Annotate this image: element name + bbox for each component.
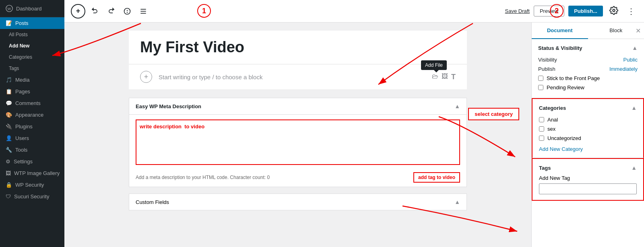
list-view-button[interactable] <box>137 5 150 18</box>
sidebar-item-tools[interactable]: 🔧 Tools <box>0 144 64 156</box>
panel-tabs: Document Block ✕ <box>532 23 644 39</box>
category-uncategorized-row: Uncategorized <box>539 134 637 143</box>
meta-description-title: Easy WP Meta Description <box>136 103 201 109</box>
tab-document[interactable]: Document <box>532 23 588 39</box>
wtp-icon: 🖼 <box>6 170 11 176</box>
comments-icon: 💬 <box>6 100 12 106</box>
folder-icon[interactable]: 🗁 <box>432 73 438 81</box>
sidebar-item-settings[interactable]: ⚙ Settings <box>0 156 64 167</box>
custom-fields-collapse-icon[interactable]: ▲ <box>454 199 460 205</box>
meta-description-header[interactable]: Easy WP Meta Description ▲ <box>129 98 466 115</box>
sidebar-item-comments[interactable]: 💬 Comments <box>0 97 64 109</box>
svg-point-8 <box>613 9 615 12</box>
add-new-category-link[interactable]: Add New Category <box>539 146 583 152</box>
meta-collapse-icon[interactable]: ▲ <box>454 103 460 109</box>
status-visibility-title: Status & Visibility <box>538 45 582 51</box>
sidebar-item-posts[interactable]: 📝 Posts <box>0 17 64 29</box>
text-icon[interactable]: T <box>451 73 456 81</box>
sidebar-item-users[interactable]: 👤 Users <box>0 132 64 144</box>
category-anal-row: Anal <box>539 115 637 124</box>
svg-text:W: W <box>8 7 11 11</box>
editor: + Start writing or type / to choose a bl… <box>64 23 531 247</box>
category-sex-label: sex <box>547 126 555 132</box>
publish-value[interactable]: Immediately <box>609 66 638 72</box>
publish-button[interactable]: Publish... <box>568 6 603 16</box>
tags-section: Tags ▲ Add New Tag <box>532 158 644 201</box>
block-icon-group: 🗁 🖼 T <box>432 73 456 81</box>
title-input-area[interactable] <box>129 31 467 64</box>
sidebar-item-add-new[interactable]: Add New <box>0 40 64 51</box>
add-block-inline-button[interactable]: + <box>140 71 152 83</box>
sidebar-item-wtp[interactable]: 🖼 WTP Image Gallery <box>0 167 64 179</box>
title-block: + Start writing or type / to choose a bl… <box>129 31 467 90</box>
sidebar-appearance-label: Appearance <box>15 112 43 118</box>
panel-close-button[interactable]: ✕ <box>636 27 641 35</box>
visibility-label: Visibility <box>538 57 557 63</box>
stick-front-page-label: Stick to the Front Page <box>547 75 600 81</box>
custom-fields-title: Custom Fields <box>136 199 169 205</box>
image-icon[interactable]: 🖼 <box>442 73 448 81</box>
annotation-badge-1: 1 <box>197 4 211 18</box>
sidebar-sucuri-label: Sucuri Security <box>14 193 49 200</box>
status-visibility-header: Status & Visibility ▲ <box>538 45 638 51</box>
tag-input[interactable] <box>539 183 637 194</box>
category-sex-checkbox[interactable] <box>539 126 544 132</box>
add-tag-annotation: add tag to video <box>413 172 460 183</box>
content-placeholder[interactable]: Start writing or type / to choose a bloc… <box>159 74 425 80</box>
sidebar-wp-security-label: WP Security <box>15 182 44 188</box>
appearance-icon: 🎨 <box>6 112 12 118</box>
sidebar-tags-label: Tags <box>9 66 19 71</box>
sidebar-item-plugins[interactable]: 🔌 Plugins <box>0 121 64 132</box>
sidebar-item-pages[interactable]: 📋 Pages <box>0 86 64 97</box>
tags-header: Tags ▲ <box>539 165 637 171</box>
custom-fields-header[interactable]: Custom Fields ▲ <box>129 194 466 210</box>
status-visibility-collapse-icon[interactable]: ▲ <box>632 45 638 51</box>
settings-button[interactable] <box>607 4 621 19</box>
pending-review-row: Pending Review <box>538 83 638 92</box>
sidebar-item-sucuri[interactable]: 🛡 Sucuri Security <box>0 191 64 202</box>
content-area: + Start writing or type / to choose a bl… <box>64 23 644 247</box>
sidebar-logo[interactable]: W Dashboard <box>0 0 64 17</box>
category-uncategorized-checkbox[interactable] <box>539 136 544 141</box>
media-icon: 🎵 <box>6 77 12 83</box>
status-visibility-section: Status & Visibility ▲ Visibility Public … <box>532 39 644 98</box>
sidebar-all-posts-label: All Posts <box>9 32 28 37</box>
info-button[interactable] <box>121 5 134 18</box>
annotation-badge-2: 2 <box>550 4 564 18</box>
publish-label: Publish <box>538 66 555 72</box>
undo-button[interactable] <box>89 5 101 18</box>
add-block-toolbar-button[interactable]: + <box>71 4 85 19</box>
sidebar-item-all-posts[interactable]: All Posts <box>0 29 64 40</box>
more-options-button[interactable]: ⋮ <box>625 5 638 18</box>
stick-front-page-checkbox[interactable] <box>538 76 543 81</box>
publish-row: Publish Immediately <box>538 64 638 74</box>
meta-description-box[interactable]: write description to video <box>136 119 460 165</box>
save-draft-button[interactable]: Save Draft <box>505 8 530 14</box>
toolbar-right: Save Draft Preview Publish... ⋮ <box>505 4 638 19</box>
sidebar-add-new-label: Add New <box>9 43 29 49</box>
categories-header: Categories ▲ <box>539 105 637 111</box>
post-title-input[interactable] <box>140 39 456 56</box>
sidebar-item-wp-security[interactable]: 🔒 WP Security <box>0 179 64 191</box>
main-area: + 1 2 Save Draft Preview Publish... <box>64 0 644 247</box>
sidebar-item-media[interactable]: 🎵 Media <box>0 74 64 86</box>
meta-description-textarea[interactable]: write description to video <box>140 124 456 160</box>
meta-description-section: Easy WP Meta Description ▲ write descrip… <box>129 98 467 187</box>
stick-front-page-row: Stick to the Front Page <box>538 74 638 83</box>
category-anal-checkbox[interactable] <box>539 117 544 122</box>
redo-button[interactable] <box>105 5 118 18</box>
sidebar-item-tags[interactable]: Tags <box>0 63 64 74</box>
visibility-row: Visibility Public <box>538 55 638 64</box>
category-anal-label: Anal <box>547 117 558 123</box>
tags-collapse-icon[interactable]: ▲ <box>631 165 637 171</box>
pending-review-checkbox[interactable] <box>538 85 543 90</box>
pending-review-label: Pending Review <box>547 84 584 91</box>
meta-description-body: write description to video <box>129 115 466 170</box>
sidebar-item-appearance[interactable]: 🎨 Appearance <box>0 109 64 121</box>
sidebar-categories-label: Categories <box>9 54 32 60</box>
tags-title: Tags <box>539 165 551 171</box>
plugins-icon: 🔌 <box>6 124 12 130</box>
sidebar-item-categories[interactable]: Categories <box>0 51 64 63</box>
visibility-value[interactable]: Public <box>623 57 638 63</box>
categories-collapse-icon[interactable]: ▲ <box>631 105 637 111</box>
